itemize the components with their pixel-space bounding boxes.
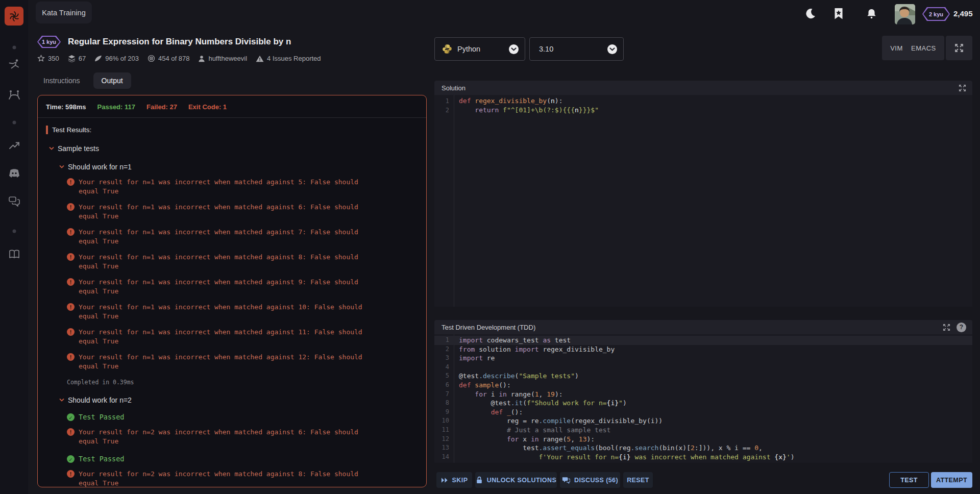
sidebar (0, 0, 28, 494)
code-line: 8 @test.it(f"Should work for n={i}") (434, 399, 972, 408)
reset-button[interactable]: RESET (623, 472, 653, 488)
honor-score: 2,495 (953, 9, 973, 18)
editor-mode-toggle: VIM EMACS (882, 36, 944, 60)
language-value: Python (457, 45, 509, 53)
bookmarks-icon[interactable] (831, 7, 846, 21)
tab-output[interactable]: Output (93, 72, 131, 89)
accent-bar (46, 126, 48, 134)
code-line: 7 for i in range(1, 19): (434, 390, 972, 399)
avatar[interactable] (895, 4, 915, 24)
fail-icon: ! (67, 278, 75, 286)
fail-message: Your result for n=1 was incorrect when m… (79, 278, 358, 296)
chevron-down-icon (509, 44, 519, 54)
chat-bubbles-icon (562, 477, 570, 484)
test-result-item: !Your result for n=1 was incorrect when … (46, 228, 418, 246)
user-rank-badge[interactable]: 2 kyu (922, 7, 950, 21)
tdd-help-button[interactable]: ? (957, 323, 966, 332)
code-line: 12 for x in range(5, 13): (434, 435, 972, 444)
sidebar-divider-dot (12, 121, 16, 125)
line-number: 1 (434, 96, 454, 106)
expand-icon (954, 43, 964, 53)
line-number: 8 (434, 399, 454, 408)
code-line: 6def sample(): (434, 381, 972, 390)
notifications-bell-icon[interactable] (864, 7, 878, 21)
line-number: 11 (434, 426, 454, 435)
unlock-solutions-button[interactable]: UNLOCK SOLUTIONS (475, 472, 557, 488)
test-time: Time: 598ms (46, 103, 86, 111)
stat-completed: 454 of 878 (148, 55, 189, 62)
kata-rank-label: 1 kyu (38, 37, 60, 47)
solution-expand-button[interactable] (959, 84, 966, 92)
code-line: 9 def _(): (434, 408, 972, 417)
codewars-logo[interactable] (5, 7, 23, 26)
test-result-item[interactable]: Sample tests (46, 144, 418, 153)
fail-message: Your result for n=2 was incorrect when m… (79, 428, 358, 446)
line-number-gutter (434, 95, 454, 307)
test-result-item[interactable]: Should work for n=2 (46, 396, 418, 404)
sidebar-item-leaderboard-trend-icon[interactable] (9, 140, 20, 153)
code-line: 14 f'Your result for n={i} was incorrect… (434, 453, 972, 462)
expand-icon (959, 84, 966, 92)
test-summary: Time: 598ms Passed: 117 Failed: 27 Exit … (38, 95, 426, 118)
fail-message: Your result for n=1 was incorrect when m… (79, 303, 362, 321)
version-select[interactable]: 3.10 (529, 37, 624, 61)
solution-header: Solution (434, 81, 972, 95)
vim-mode-button[interactable]: VIM (890, 44, 903, 52)
sidebar-item-docs-book-icon[interactable] (8, 249, 20, 261)
line-number: 9 (434, 408, 454, 417)
app-tab-kata-training[interactable]: Kata Training (36, 2, 92, 23)
attempt-button[interactable]: ATTEMPT (931, 472, 972, 488)
line-number: 2 (434, 106, 454, 115)
code-line: 10 reg = re.compile(regex_divisible_by(i… (434, 416, 972, 426)
test-group-label: Should work for n=2 (68, 396, 132, 404)
kata-title: Regular Expression for Binary Numbers Di… (68, 37, 291, 47)
pass-icon: ✓ (67, 413, 75, 421)
fail-message: Your result for n=1 was incorrect when m… (79, 353, 362, 371)
test-button[interactable]: TEST (889, 472, 929, 488)
fullscreen-button[interactable] (946, 36, 972, 60)
discuss-button[interactable]: DISCUSS (56) (560, 472, 620, 488)
tdd-code-editor[interactable]: 1import codewars_test as test2from solut… (434, 334, 972, 463)
fail-icon: ! (67, 428, 75, 436)
skip-button[interactable]: SKIP (436, 472, 472, 488)
expand-icon (943, 324, 950, 331)
pass-message: Test Passed (79, 455, 124, 463)
version-value: 3.10 (539, 45, 607, 53)
language-select[interactable]: Python (434, 37, 525, 61)
sidebar-item-practice-kick-icon[interactable] (8, 58, 20, 72)
fail-message: Your result for n=2 was incorrect when m… (79, 470, 358, 487)
tab-instructions[interactable]: Instructions (43, 77, 80, 85)
star-icon (37, 55, 45, 62)
solution-code-editor[interactable]: 1def regex_divisible_by(n):2 return f"^[… (434, 95, 972, 307)
fail-message: Your result for n=1 was incorrect when m… (79, 253, 358, 271)
fail-icon: ! (67, 328, 75, 336)
tdd-expand-button[interactable] (943, 324, 950, 331)
fail-icon: ! (67, 178, 75, 186)
test-result-item[interactable]: Should work for n=1 (46, 163, 418, 171)
codewars-trainer-page: Kata Training 2 kyu 2,495 1 kyu (0, 0, 980, 494)
completed-time: Completed in 0.39ms (46, 379, 418, 386)
output-panel: Time: 598ms Passed: 117 Failed: 27 Exit … (37, 95, 427, 487)
dark-mode-moon-icon[interactable] (803, 7, 817, 21)
sidebar-item-kumite-spar-icon[interactable] (8, 89, 21, 103)
test-group-label: Sample tests (58, 144, 99, 153)
tdd-header: Test Driven Development (TDD) ? (434, 320, 972, 334)
code-line: 13 test.assert_equals(bool(reg.search(bi… (434, 443, 972, 453)
tdd-panel: Test Driven Development (TDD) ? 1import … (434, 320, 972, 463)
stat-collections: 67 (68, 55, 86, 62)
stat-satisfaction: 96% of 203 (94, 55, 139, 62)
test-result-item: !Your result for n=1 was incorrect when … (46, 178, 418, 196)
stat-author[interactable]: hufftheweevil (198, 55, 247, 62)
line-number: 13 (434, 443, 454, 453)
sidebar-item-discord-icon[interactable] (8, 168, 20, 181)
line-number: 14 (434, 453, 454, 462)
test-results-title: Test Results: (46, 126, 418, 134)
emacs-mode-button[interactable]: EMACS (911, 44, 936, 52)
fast-forward-icon (441, 477, 448, 483)
python-icon (442, 44, 452, 54)
code-line: 11 # Just a small sample test (434, 426, 972, 435)
test-result-item: !Your result for n=1 was incorrect when … (46, 328, 418, 346)
satisfaction-icon (94, 55, 102, 62)
code-line: 4 (434, 363, 972, 372)
sidebar-item-forum-chat-icon[interactable] (8, 196, 20, 209)
